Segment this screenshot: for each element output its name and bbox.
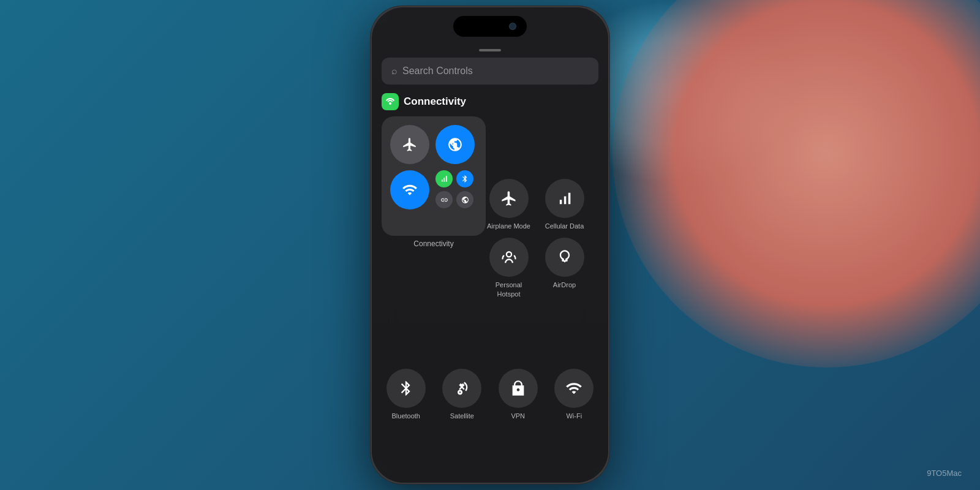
- watermark: 9TO5Mac: [927, 469, 962, 478]
- airplane-mode-circle: [489, 179, 529, 218]
- vpn-label: VPN: [511, 412, 525, 420]
- small-row-bottom: [435, 191, 473, 208]
- cellular-data-circle: [545, 179, 584, 218]
- screen: ⌕ Search Controls Connectivity: [372, 7, 608, 483]
- bluetooth-small-button[interactable]: [456, 170, 473, 187]
- search-placeholder: Search Controls: [402, 66, 473, 77]
- wifi-widget-button[interactable]: [390, 170, 429, 209]
- cellular-small-button[interactable]: [435, 170, 453, 187]
- conn-top-row: [390, 125, 477, 164]
- small-row-top: [435, 170, 473, 187]
- connectivity-widget: [382, 116, 486, 236]
- satellite-circle: [442, 369, 481, 408]
- satellite-label: Satellite: [450, 412, 474, 420]
- bluetooth-control[interactable]: Bluetooth: [382, 369, 431, 420]
- wifi-circle: [554, 369, 594, 408]
- phone-frame: ⌕ Search Controls Connectivity: [371, 6, 609, 484]
- globe-small-button[interactable]: [456, 191, 473, 208]
- small-buttons-cluster: [435, 170, 473, 209]
- search-bar[interactable]: ⌕ Search Controls: [382, 58, 598, 85]
- connectivity-widget-label: Connectivity: [413, 239, 453, 248]
- airdrop-label: AirDrop: [553, 281, 576, 289]
- conn-bottom-row: [390, 170, 477, 209]
- airdrop-control[interactable]: AirDrop: [540, 238, 589, 298]
- dynamic-island: [453, 16, 527, 37]
- vpn-control[interactable]: VPN: [494, 369, 543, 420]
- airplane-mode-control[interactable]: Airplane Mode: [484, 179, 533, 230]
- bottom-controls: Bluetooth Satellite VPN: [382, 369, 598, 420]
- personal-hotspot-control[interactable]: PersonalHotspot: [484, 238, 533, 298]
- svg-point-2: [506, 252, 511, 257]
- cellular-data-label: Cellular Data: [545, 222, 584, 230]
- connectivity-section: Connectivity: [382, 93, 598, 248]
- vpn-circle: [499, 369, 538, 408]
- satellite-control[interactable]: Satellite: [438, 369, 487, 420]
- bluetooth-circle: [386, 369, 426, 408]
- wifi-control[interactable]: Wi-Fi: [550, 369, 599, 420]
- connectivity-widget-container: Connectivity: [382, 116, 486, 248]
- airplane-mode-label: Airplane Mode: [487, 222, 530, 230]
- section-header: Connectivity: [382, 93, 598, 110]
- personal-hotspot-circle: [489, 238, 529, 277]
- airdrop-circle: [545, 238, 584, 277]
- svg-point-0: [389, 102, 391, 105]
- personal-hotspot-label: PersonalHotspot: [496, 281, 522, 298]
- search-icon: ⌕: [391, 66, 398, 77]
- cellular-data-control[interactable]: Cellular Data: [540, 179, 589, 230]
- airplane-widget-button[interactable]: [390, 125, 429, 164]
- power-button: [608, 130, 609, 185]
- controls-grid: Airplane Mode Cellular Data: [484, 179, 589, 298]
- section-title: Connectivity: [404, 96, 466, 108]
- controls-layout: Connectivity Airplane Mode: [382, 116, 598, 248]
- drag-handle: [479, 49, 501, 51]
- wifi-label: Wi-Fi: [566, 412, 582, 420]
- bluetooth-label: Bluetooth: [392, 412, 420, 420]
- link-small-button[interactable]: [435, 191, 453, 208]
- right-controls-grid: Airplane Mode Cellular Data: [484, 179, 589, 298]
- connectivity-section-icon: [382, 93, 399, 110]
- wifi-broadcast-widget-button[interactable]: [435, 125, 475, 164]
